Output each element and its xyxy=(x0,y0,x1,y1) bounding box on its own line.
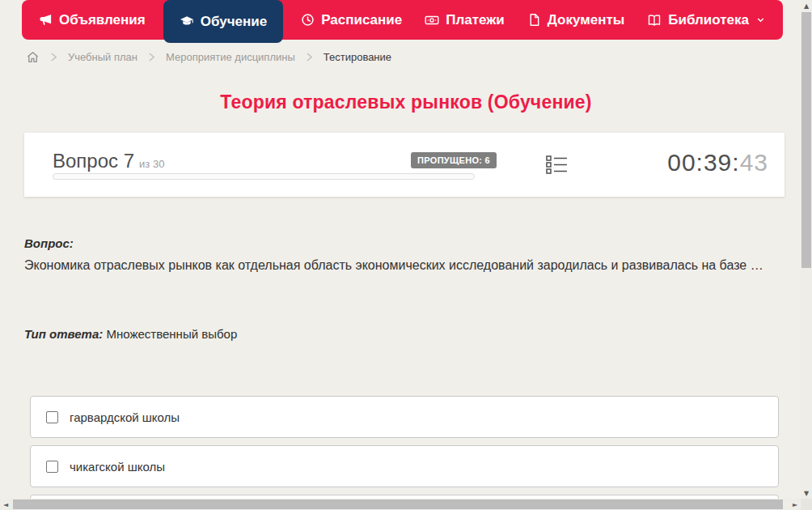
banknote-icon xyxy=(425,13,439,28)
checkbox[interactable] xyxy=(46,411,58,423)
horizontal-scrollbar[interactable]: ◄ ► xyxy=(0,499,801,510)
nav-item-label: Расписание xyxy=(321,12,402,28)
chevron-right-icon xyxy=(148,53,155,62)
question-list-icon[interactable] xyxy=(546,154,568,179)
answer-option-label: чикагской школы xyxy=(70,460,165,474)
nav-item-label: Обучение xyxy=(201,14,267,30)
horizontal-scrollbar-thumb[interactable] xyxy=(13,499,783,509)
scroll-right-arrow-icon[interactable]: ► xyxy=(789,499,801,510)
scroll-up-arrow-icon[interactable]: ▲ xyxy=(801,0,812,11)
checkbox[interactable] xyxy=(46,461,58,473)
scrollbar-corner xyxy=(801,499,812,510)
breadcrumb-item-testing: Тестирование xyxy=(324,51,391,63)
question-panel: Вопрос 7из 30 ПРОПУЩЕНО: 6 00:39:43 xyxy=(24,133,785,197)
nav-item-label: Документы xyxy=(548,12,625,28)
question-number-label: Вопрос 7 xyxy=(53,150,134,172)
nav-item-announcements[interactable]: Объявления xyxy=(39,0,146,40)
progress-bar xyxy=(53,173,475,180)
vertical-scrollbar-thumb[interactable] xyxy=(801,12,811,268)
answer-type-value: Множественный выбор xyxy=(106,327,237,341)
breadcrumb-item-curriculum[interactable]: Учебный план xyxy=(68,51,137,63)
nav-item-documents[interactable]: Документы xyxy=(527,0,625,40)
graduation-cap-icon xyxy=(180,15,194,29)
megaphone-icon xyxy=(39,13,53,27)
chevron-right-icon xyxy=(306,53,313,62)
timer-seconds: 43 xyxy=(740,149,768,176)
question-text: Экономика отраслевых рынков как отдельна… xyxy=(24,255,776,276)
scroll-down-arrow-icon[interactable]: ▼ xyxy=(801,487,812,499)
answer-option-chicago[interactable]: чикагской школы xyxy=(30,445,779,487)
answer-type-line: Тип ответа: Множественный выбор xyxy=(24,327,237,341)
skipped-badge: ПРОПУЩЕНО: 6 xyxy=(411,152,497,168)
page-title: Теория отраслевых рынков (Обучение) xyxy=(0,91,812,113)
breadcrumb-item-discipline-event[interactable]: Мероприятие дисциплины xyxy=(166,51,295,63)
scroll-left-arrow-icon[interactable]: ◄ xyxy=(0,499,11,510)
question-total-label: из 30 xyxy=(139,158,164,170)
timer: 00:39:43 xyxy=(667,149,768,176)
breadcrumb: Учебный план Мероприятие дисциплины Тест… xyxy=(26,50,391,64)
nav-item-label: Библиотека xyxy=(668,12,749,28)
nav-item-training[interactable]: Обучение xyxy=(163,0,283,43)
timer-hours-minutes: 00:39: xyxy=(667,149,739,176)
nav-item-payments[interactable]: Платежи xyxy=(425,0,505,40)
document-icon xyxy=(527,13,541,27)
chevron-right-icon xyxy=(50,53,57,62)
chevron-down-icon xyxy=(755,15,766,25)
vertical-scrollbar[interactable]: ▲ ▼ xyxy=(801,0,812,499)
app-window: Объявления Обучение Расписание Платежи Д… xyxy=(0,0,812,510)
clock-icon xyxy=(301,13,315,27)
home-icon[interactable] xyxy=(26,50,40,64)
answer-option-harvard[interactable]: гарвардской школы xyxy=(30,396,779,438)
nav-item-label: Объявления xyxy=(59,12,146,28)
nav-item-label: Платежи xyxy=(446,12,505,28)
question-label: Вопрос: xyxy=(24,236,74,250)
top-nav: Объявления Обучение Расписание Платежи Д… xyxy=(22,0,783,40)
nav-item-library[interactable]: Библиотека xyxy=(647,0,766,40)
question-number: Вопрос 7из 30 xyxy=(53,150,164,172)
open-book-icon xyxy=(647,13,662,28)
nav-item-schedule[interactable]: Расписание xyxy=(301,0,402,40)
answer-option-label: гарвардской школы xyxy=(70,410,180,424)
answer-type-label: Тип ответа: xyxy=(24,327,103,341)
answer-options: гарвардской школы чикагской школы xyxy=(30,396,779,510)
